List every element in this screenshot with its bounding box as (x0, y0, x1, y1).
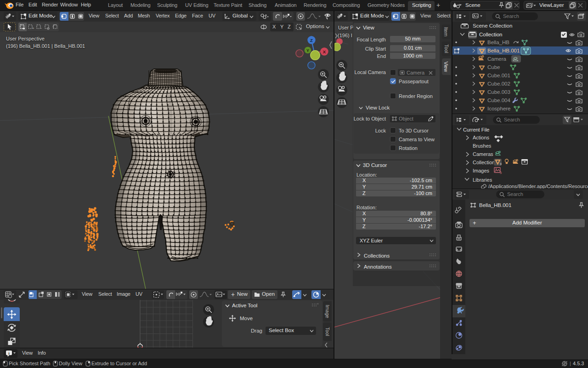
svg-text:X: X (323, 49, 326, 54)
svg-text:Cube.001: Cube.001 (487, 73, 510, 78)
svg-text:Cube.004: Cube.004 (487, 98, 510, 103)
svg-text:Bella_HB.001: Bella_HB.001 (487, 48, 520, 53)
svg-text:Icosphere: Icosphere (487, 106, 511, 111)
svg-text:Cube: Cube (487, 64, 500, 70)
svg-text:Bella_HB: Bella_HB (487, 40, 509, 45)
svg-text:5: 5 (500, 171, 502, 175)
svg-text:+: + (32, 26, 34, 30)
svg-text:Brushes: Brushes (473, 143, 492, 149)
svg-text:9: 9 (500, 162, 502, 166)
svg-text:Camera: Camera (487, 56, 507, 62)
svg-text:Cameras: Cameras (473, 151, 493, 157)
svg-text:Images: Images (473, 168, 490, 173)
svg-text:Z: Z (310, 38, 313, 43)
svg-text:-: - (40, 26, 42, 30)
svg-text:/Applications/Blender.app/Cont: /Applications/Blender.app/Contents/Resou… (488, 184, 588, 189)
svg-text:Libraries: Libraries (473, 177, 492, 183)
svg-text:Cube.002: Cube.002 (487, 81, 510, 86)
svg-text:Cube.003: Cube.003 (487, 89, 510, 95)
svg-text:Actions: Actions (473, 135, 490, 140)
svg-text:Current File: Current File (463, 127, 489, 132)
svg-text:Y: Y (306, 48, 309, 53)
